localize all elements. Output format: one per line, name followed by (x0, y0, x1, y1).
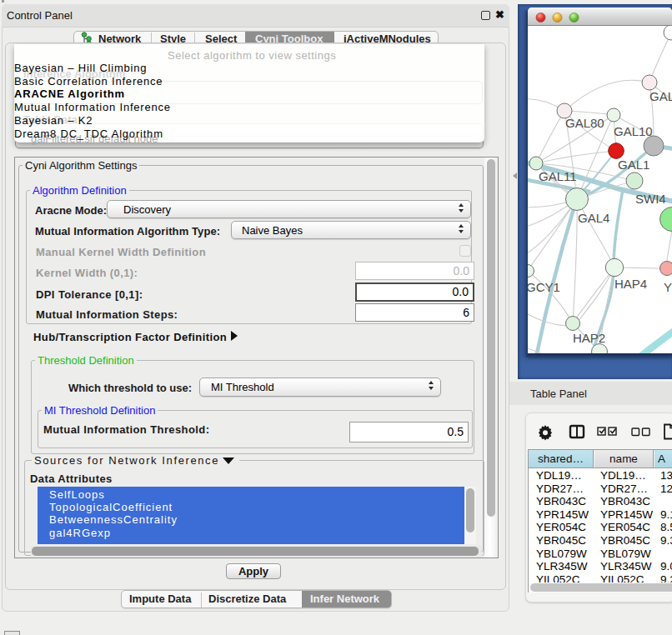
svg-text:Y: Y (664, 280, 672, 294)
svg-text:SWI4: SWI4 (635, 192, 666, 206)
svg-text:GAL11: GAL11 (539, 169, 577, 183)
svg-text:GAL1: GAL1 (618, 158, 649, 172)
svg-text:GAL10: GAL10 (614, 124, 653, 138)
svg-text:GAL4: GAL4 (578, 211, 609, 225)
svg-text:GCY1: GCY1 (528, 280, 560, 294)
svg-text:GAL7: GAL7 (649, 89, 672, 103)
svg-text:HAP2: HAP2 (573, 331, 605, 345)
svg-text:HAP4: HAP4 (614, 277, 647, 291)
svg-text:GAL80: GAL80 (565, 116, 604, 130)
